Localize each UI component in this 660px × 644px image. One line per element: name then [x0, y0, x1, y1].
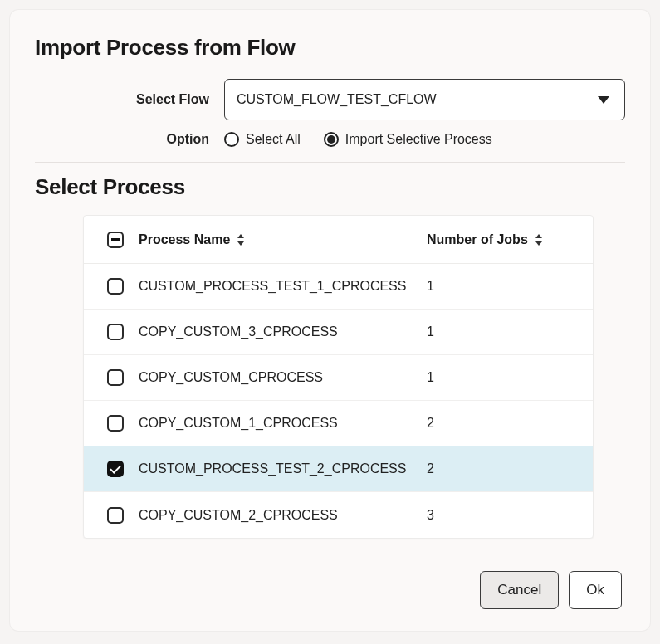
table-row[interactable]: COPY_CUSTOM_1_CPROCESS2 — [84, 401, 593, 446]
option-label: Option — [35, 132, 224, 147]
radio-import-selective[interactable]: Import Selective Process — [324, 132, 492, 147]
radio-label: Select All — [246, 132, 301, 147]
jobs-cell: 1 — [427, 370, 584, 385]
select-flow-dropdown[interactable]: CUSTOM_FLOW_TEST_CFLOW — [224, 79, 625, 120]
process-name-cell: CUSTOM_PROCESS_TEST_1_CPROCESS — [139, 279, 427, 294]
jobs-cell: 1 — [427, 324, 584, 339]
jobs-cell: 3 — [427, 508, 584, 523]
dialog-title: Import Process from Flow — [35, 35, 625, 61]
svg-marker-0 — [598, 96, 609, 104]
table-row[interactable]: COPY_CUSTOM_3_CPROCESS1 — [84, 310, 593, 355]
cancel-button[interactable]: Cancel — [480, 571, 559, 609]
section-title: Select Process — [35, 174, 625, 200]
option-radio-group: Select All Import Selective Process — [224, 132, 492, 147]
jobs-cell: 2 — [427, 416, 584, 431]
jobs-cell: 1 — [427, 279, 584, 294]
process-name-cell: CUSTOM_PROCESS_TEST_2_CPROCESS — [139, 461, 427, 476]
svg-marker-3 — [535, 234, 542, 238]
import-process-dialog: Import Process from Flow Select Flow CUS… — [10, 10, 650, 631]
row-checkbox[interactable] — [107, 415, 124, 432]
process-table: Process Name Number of Jobs CUSTOM_PROCE… — [83, 215, 594, 539]
sort-icon — [237, 234, 245, 246]
radio-icon — [224, 132, 239, 147]
select-flow-row: Select Flow CUSTOM_FLOW_TEST_CFLOW — [35, 79, 625, 120]
col-process-name[interactable]: Process Name — [139, 232, 427, 247]
svg-marker-2 — [237, 242, 244, 246]
row-checkbox[interactable] — [107, 461, 124, 477]
table-header: Process Name Number of Jobs — [84, 216, 593, 264]
ok-button[interactable]: Ok — [569, 571, 622, 609]
process-name-cell: COPY_CUSTOM_2_CPROCESS — [139, 508, 427, 523]
process-name-cell: COPY_CUSTOM_CPROCESS — [139, 370, 427, 385]
row-checkbox[interactable] — [107, 324, 124, 340]
col-number-of-jobs[interactable]: Number of Jobs — [427, 232, 584, 247]
svg-marker-4 — [535, 242, 542, 246]
divider — [35, 162, 625, 163]
dialog-actions: Cancel Ok — [480, 571, 622, 609]
option-row: Option Select All Import Selective Proce… — [35, 132, 625, 147]
process-name-cell: COPY_CUSTOM_3_CPROCESS — [139, 324, 427, 339]
table-row[interactable]: CUSTOM_PROCESS_TEST_1_CPROCESS1 — [84, 264, 593, 310]
chevron-down-icon — [598, 92, 609, 107]
sort-icon — [535, 234, 543, 246]
table-body: CUSTOM_PROCESS_TEST_1_CPROCESS1COPY_CUST… — [84, 264, 593, 538]
select-flow-value: CUSTOM_FLOW_TEST_CFLOW — [237, 92, 437, 107]
process-name-cell: COPY_CUSTOM_1_CPROCESS — [139, 416, 427, 431]
svg-marker-1 — [237, 234, 244, 238]
select-all-checkbox[interactable] — [107, 232, 124, 248]
row-checkbox[interactable] — [107, 369, 124, 386]
radio-icon — [324, 132, 339, 147]
select-flow-label: Select Flow — [35, 92, 224, 107]
table-row[interactable]: COPY_CUSTOM_CPROCESS1 — [84, 355, 593, 401]
radio-label: Import Selective Process — [345, 132, 492, 147]
row-checkbox[interactable] — [107, 507, 124, 524]
table-row[interactable]: COPY_CUSTOM_2_CPROCESS3 — [84, 492, 593, 538]
radio-select-all[interactable]: Select All — [224, 132, 301, 147]
table-row[interactable]: CUSTOM_PROCESS_TEST_2_CPROCESS2 — [84, 446, 593, 492]
row-checkbox[interactable] — [107, 278, 124, 295]
jobs-cell: 2 — [427, 461, 584, 476]
